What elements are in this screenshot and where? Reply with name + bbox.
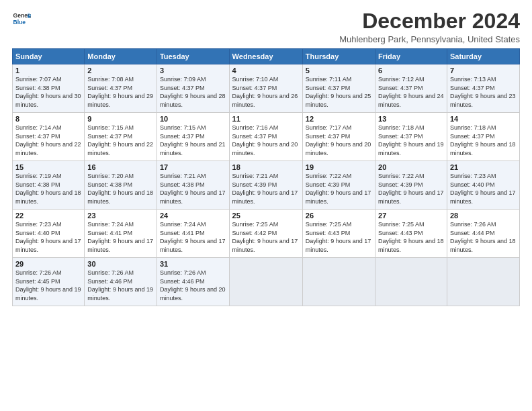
- day-number: 13: [378, 115, 444, 123]
- calendar-cell: 30Sunrise: 7:26 AMSunset: 4:46 PMDayligh…: [85, 258, 157, 306]
- day-detail: Sunrise: 7:15 AMSunset: 4:37 PMDaylight:…: [87, 124, 153, 156]
- calendar-cell: 23Sunrise: 7:24 AMSunset: 4:41 PMDayligh…: [85, 210, 157, 258]
- day-detail: Sunrise: 7:10 AMSunset: 4:37 PMDaylight:…: [232, 76, 298, 108]
- calendar-cell: 26Sunrise: 7:25 AMSunset: 4:43 PMDayligh…: [302, 210, 375, 258]
- day-header-saturday: Saturday: [447, 49, 519, 64]
- day-detail: Sunrise: 7:21 AMSunset: 4:39 PMDaylight:…: [232, 173, 298, 205]
- calendar-cell: 29Sunrise: 7:26 AMSunset: 4:45 PMDayligh…: [13, 258, 85, 306]
- calendar-cell: 2Sunrise: 7:08 AMSunset: 4:37 PMDaylight…: [85, 64, 157, 113]
- day-detail: Sunrise: 7:24 AMSunset: 4:41 PMDaylight:…: [160, 221, 226, 253]
- subtitle: Muhlenberg Park, Pennsylvania, United St…: [339, 34, 520, 44]
- calendar-cell: 24Sunrise: 7:24 AMSunset: 4:41 PMDayligh…: [157, 210, 229, 258]
- day-number: 26: [306, 212, 372, 220]
- calendar-cell: 6Sunrise: 7:12 AMSunset: 4:37 PMDaylight…: [375, 64, 447, 113]
- calendar-cell: 15Sunrise: 7:19 AMSunset: 4:38 PMDayligh…: [13, 161, 85, 210]
- day-number: 8: [15, 115, 81, 123]
- day-detail: Sunrise: 7:24 AMSunset: 4:41 PMDaylight:…: [87, 221, 153, 253]
- day-number: 23: [87, 212, 154, 220]
- day-header-wednesday: Wednesday: [229, 49, 302, 64]
- day-detail: Sunrise: 7:17 AMSunset: 4:37 PMDaylight:…: [306, 124, 371, 156]
- day-detail: Sunrise: 7:18 AMSunset: 4:37 PMDaylight:…: [378, 124, 444, 156]
- day-number: 12: [306, 115, 372, 123]
- header: General Blue December 2024 Muhlenberg Pa…: [12, 9, 520, 44]
- day-detail: Sunrise: 7:23 AMSunset: 4:40 PMDaylight:…: [450, 173, 516, 205]
- day-header-friday: Friday: [375, 49, 447, 64]
- day-header-monday: Monday: [85, 49, 157, 64]
- day-number: 4: [232, 66, 300, 75]
- day-number: 18: [232, 163, 300, 171]
- calendar-cell: 21Sunrise: 7:23 AMSunset: 4:40 PMDayligh…: [447, 161, 519, 210]
- calendar-cell: 4Sunrise: 7:10 AMSunset: 4:37 PMDaylight…: [229, 64, 302, 113]
- day-number: 16: [87, 163, 154, 171]
- calendar-cell: 3Sunrise: 7:09 AMSunset: 4:37 PMDaylight…: [157, 64, 229, 113]
- calendar-cell: [229, 258, 302, 306]
- day-detail: Sunrise: 7:22 AMSunset: 4:39 PMDaylight:…: [378, 173, 444, 205]
- calendar-cell: 17Sunrise: 7:21 AMSunset: 4:38 PMDayligh…: [157, 161, 229, 210]
- logo: General Blue: [12, 9, 31, 28]
- day-number: 1: [15, 66, 81, 75]
- calendar-cell: 1Sunrise: 7:07 AMSunset: 4:38 PMDaylight…: [13, 64, 85, 113]
- calendar-cell: [302, 258, 375, 306]
- day-number: 25: [232, 212, 300, 220]
- day-detail: Sunrise: 7:14 AMSunset: 4:37 PMDaylight:…: [15, 124, 81, 156]
- day-detail: Sunrise: 7:09 AMSunset: 4:37 PMDaylight:…: [160, 76, 226, 108]
- day-number: 15: [15, 163, 81, 171]
- calendar-table: SundayMondayTuesdayWednesdayThursdayFrid…: [12, 48, 520, 306]
- day-number: 11: [232, 115, 300, 123]
- day-detail: Sunrise: 7:25 AMSunset: 4:43 PMDaylight:…: [378, 221, 444, 253]
- day-header-thursday: Thursday: [302, 49, 375, 64]
- day-number: 9: [87, 115, 154, 123]
- day-detail: Sunrise: 7:12 AMSunset: 4:37 PMDaylight:…: [378, 76, 444, 108]
- day-number: 2: [87, 66, 154, 75]
- day-number: 17: [160, 163, 226, 171]
- day-detail: Sunrise: 7:13 AMSunset: 4:37 PMDaylight:…: [450, 76, 516, 108]
- calendar-cell: [375, 258, 447, 306]
- calendar-cell: 14Sunrise: 7:18 AMSunset: 4:37 PMDayligh…: [447, 113, 519, 161]
- day-detail: Sunrise: 7:18 AMSunset: 4:37 PMDaylight:…: [450, 124, 516, 156]
- day-detail: Sunrise: 7:15 AMSunset: 4:37 PMDaylight:…: [160, 124, 226, 156]
- day-number: 28: [450, 212, 517, 220]
- day-detail: Sunrise: 7:23 AMSunset: 4:40 PMDaylight:…: [15, 221, 81, 253]
- day-number: 30: [87, 260, 154, 268]
- day-detail: Sunrise: 7:22 AMSunset: 4:39 PMDaylight:…: [306, 173, 371, 205]
- svg-text:Blue: Blue: [13, 19, 26, 26]
- calendar-cell: [447, 258, 519, 306]
- logo-icon: General Blue: [12, 9, 31, 28]
- day-number: 6: [378, 66, 444, 75]
- day-detail: Sunrise: 7:26 AMSunset: 4:45 PMDaylight:…: [15, 269, 81, 302]
- calendar-cell: 27Sunrise: 7:25 AMSunset: 4:43 PMDayligh…: [375, 210, 447, 258]
- day-number: 3: [160, 66, 226, 75]
- calendar-cell: 11Sunrise: 7:16 AMSunset: 4:37 PMDayligh…: [229, 113, 302, 161]
- day-number: 29: [15, 260, 81, 268]
- calendar-cell: 28Sunrise: 7:26 AMSunset: 4:44 PMDayligh…: [447, 210, 519, 258]
- day-detail: Sunrise: 7:21 AMSunset: 4:38 PMDaylight:…: [160, 173, 226, 205]
- calendar-cell: 10Sunrise: 7:15 AMSunset: 4:37 PMDayligh…: [157, 113, 229, 161]
- day-number: 20: [378, 163, 444, 171]
- day-number: 5: [306, 66, 372, 75]
- day-detail: Sunrise: 7:25 AMSunset: 4:42 PMDaylight:…: [232, 221, 298, 253]
- calendar-cell: 25Sunrise: 7:25 AMSunset: 4:42 PMDayligh…: [229, 210, 302, 258]
- calendar-cell: 19Sunrise: 7:22 AMSunset: 4:39 PMDayligh…: [302, 161, 375, 210]
- day-detail: Sunrise: 7:11 AMSunset: 4:37 PMDaylight:…: [306, 76, 371, 108]
- day-detail: Sunrise: 7:08 AMSunset: 4:37 PMDaylight:…: [87, 76, 153, 108]
- calendar-cell: 22Sunrise: 7:23 AMSunset: 4:40 PMDayligh…: [13, 210, 85, 258]
- day-number: 21: [450, 163, 517, 171]
- day-number: 7: [450, 66, 517, 75]
- day-detail: Sunrise: 7:26 AMSunset: 4:44 PMDaylight:…: [450, 221, 516, 253]
- day-detail: Sunrise: 7:26 AMSunset: 4:46 PMDaylight:…: [160, 269, 226, 302]
- day-detail: Sunrise: 7:26 AMSunset: 4:46 PMDaylight:…: [87, 269, 153, 302]
- calendar-cell: 12Sunrise: 7:17 AMSunset: 4:37 PMDayligh…: [302, 113, 375, 161]
- day-number: 14: [450, 115, 517, 123]
- day-number: 31: [160, 260, 226, 268]
- day-detail: Sunrise: 7:25 AMSunset: 4:43 PMDaylight:…: [306, 221, 371, 253]
- day-number: 24: [160, 212, 226, 220]
- day-number: 10: [160, 115, 226, 123]
- day-detail: Sunrise: 7:19 AMSunset: 4:38 PMDaylight:…: [15, 173, 81, 205]
- calendar-cell: 7Sunrise: 7:13 AMSunset: 4:37 PMDaylight…: [447, 64, 519, 113]
- calendar-cell: 31Sunrise: 7:26 AMSunset: 4:46 PMDayligh…: [157, 258, 229, 306]
- calendar-cell: 9Sunrise: 7:15 AMSunset: 4:37 PMDaylight…: [85, 113, 157, 161]
- day-detail: Sunrise: 7:07 AMSunset: 4:38 PMDaylight:…: [15, 76, 81, 108]
- calendar-cell: 5Sunrise: 7:11 AMSunset: 4:37 PMDaylight…: [302, 64, 375, 113]
- calendar-cell: 18Sunrise: 7:21 AMSunset: 4:39 PMDayligh…: [229, 161, 302, 210]
- calendar-cell: 13Sunrise: 7:18 AMSunset: 4:37 PMDayligh…: [375, 113, 447, 161]
